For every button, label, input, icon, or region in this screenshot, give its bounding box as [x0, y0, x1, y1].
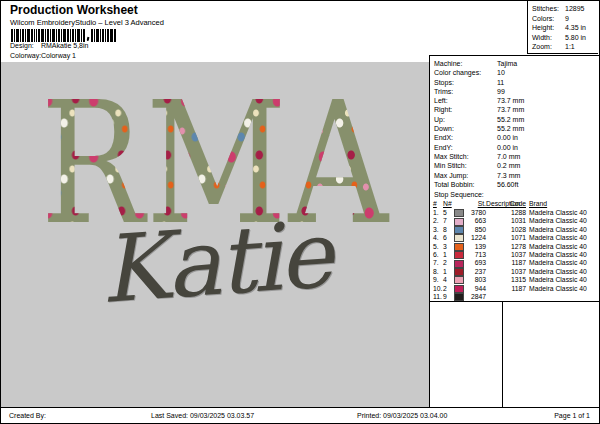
col-header-code: Code	[500, 200, 526, 208]
summary-row: Zoom: 1:1	[532, 42, 598, 52]
thread-needle-number: 4	[443, 276, 452, 284]
machine-info-row: Right: 73.7 mm	[434, 105, 597, 114]
thread-code: 1028	[500, 226, 526, 234]
last-saved-text: Last Saved: 09/03/2025 03.03.57	[151, 412, 254, 419]
summary-value: 1:1	[565, 42, 575, 52]
thread-brand: Madeira Classic 40	[526, 243, 598, 251]
col-header-description: Description	[486, 200, 500, 208]
footer: Created By: Last Saved: 09/03/2025 03.03…	[1, 407, 599, 424]
col-header-needle: N#	[443, 200, 452, 208]
thread-row-number: 4.	[433, 234, 443, 242]
thread-code: 1187	[500, 259, 526, 267]
thread-needle-number: 7	[443, 217, 452, 225]
thread-row-number: 3.	[433, 226, 443, 234]
thread-code: 1187	[500, 285, 526, 293]
thread-color-swatch	[454, 218, 464, 226]
machine-info-value: 55.2 mm	[497, 124, 524, 133]
machine-info-label: Left:	[434, 96, 497, 105]
thread-row: 4. 6 1224 1071 Madeira Classic 40	[433, 234, 598, 242]
summary-label: Width:	[532, 33, 565, 43]
colorway-value: Colorway 1	[41, 52, 76, 59]
thread-color-swatch	[454, 285, 464, 293]
summary-row: Colors: 9	[532, 14, 598, 24]
thread-color-swatch	[454, 260, 464, 268]
summary-value: 9	[565, 14, 569, 24]
thread-row-number: 5.	[433, 243, 443, 251]
design-label: Design:	[10, 41, 39, 50]
created-by-label: Created By:	[9, 412, 46, 419]
machine-info-row: Down: 55.2 mm	[434, 124, 597, 133]
machine-info-label: Color changes:	[434, 68, 497, 77]
thread-brand: Madeira Classic 40	[526, 251, 598, 259]
thread-code: 1315	[500, 276, 526, 284]
thread-row: 8. 1 237 1037 Madeira Classic 40	[433, 268, 598, 276]
machine-info-value: Tajima	[497, 59, 517, 68]
production-worksheet-page: Production Worksheet Wilcom EmbroiderySt…	[0, 0, 600, 424]
thread-row-number: 1.	[433, 209, 443, 217]
thread-swatch-cell	[452, 268, 466, 276]
thread-stitch-count: 3780	[466, 209, 486, 217]
machine-info-value: 0.2 mm	[497, 161, 520, 170]
machine-info-row: Color changes: 10	[434, 68, 597, 77]
thread-needle-number: 2	[443, 285, 452, 293]
machine-info-label: Max Stitch:	[434, 152, 497, 161]
thread-stitch-count: 1224	[466, 234, 486, 242]
machine-info-row: Trims: 99	[434, 87, 597, 96]
thread-stitch-count: 237	[466, 268, 486, 276]
summary-row: Width: 5.80 in	[532, 33, 598, 43]
thread-stitch-count: 663	[466, 217, 486, 225]
machine-info-label: Stops:	[434, 78, 497, 87]
page-title: Production Worksheet	[10, 3, 138, 17]
thread-color-swatch	[454, 226, 464, 234]
machine-info-row: EndY: 0.00 in	[434, 143, 597, 152]
stop-sequence-table: 1. 5 3780 1288 Madeira Classic 40 2. 7 6…	[433, 209, 598, 301]
thread-swatch-cell	[452, 285, 466, 293]
summary-row: Height: 4.35 in	[532, 23, 598, 33]
thread-row: 9. 4 803 1315 Madeira Classic 40	[433, 276, 598, 284]
thread-row-number: 6.	[433, 251, 443, 259]
machine-info-label: Total Bobbin:	[434, 180, 497, 189]
machine-info-value: 99	[497, 87, 505, 96]
machine-info-list: Machine: Tajima Color changes: 10 Stops:…	[434, 59, 597, 189]
thread-row: 7. 2 693 1187 Madeira Classic 40	[433, 259, 598, 267]
machine-info-label: Right:	[434, 105, 497, 114]
thread-row: 10. 2 944 1187 Madeira Classic 40	[433, 285, 598, 293]
thread-stitch-count: 944	[466, 285, 486, 293]
machine-info-value: 7.3 mm	[497, 171, 520, 180]
table-bottom-divider	[430, 301, 599, 302]
colorway-row: Colorway: Colorway 1	[10, 51, 76, 60]
machine-info-label: Min Stitch:	[434, 161, 497, 170]
col-header-num: #	[433, 200, 443, 208]
thread-brand: Madeira Classic 40	[526, 276, 598, 284]
thread-stitch-count: 693	[466, 259, 486, 267]
summary-box: Stitches: 12895 Colors: 9 Height: 4.35 i…	[527, 1, 598, 54]
printed-text: Printed: 09/03/2025 03.04.00	[357, 412, 447, 419]
thread-row: 3. 8 850 1028 Madeira Classic 40	[433, 226, 598, 234]
thread-color-swatch	[454, 209, 464, 217]
machine-info-label: Max Jump:	[434, 171, 497, 180]
machine-info-row: Up: 55.2 mm	[434, 115, 597, 124]
machine-info-row: Min Stitch: 0.2 mm	[434, 161, 597, 170]
stop-sequence-title: Stop Sequence:	[434, 191, 484, 198]
thread-brand: Madeira Classic 40	[526, 234, 598, 242]
thread-row-number: 2.	[433, 217, 443, 225]
summary-label: Height:	[532, 23, 565, 33]
thread-brand: Madeira Classic 40	[526, 226, 598, 234]
design-value: RMAkatie 5,8in	[41, 42, 88, 49]
machine-info-value: 73.7 mm	[497, 96, 524, 105]
thread-row: 2. 7 663 1031 Madeira Classic 40	[433, 217, 598, 225]
machine-info-row: Machine: Tajima	[434, 59, 597, 68]
thread-color-swatch	[454, 268, 464, 276]
thread-swatch-cell	[452, 209, 466, 217]
thread-row: 5. 3 139 1278 Madeira Classic 40	[433, 243, 598, 251]
thread-code: 1071	[500, 234, 526, 242]
colorway-label: Colorway:	[10, 51, 39, 60]
thread-needle-number: 5	[443, 209, 452, 217]
machine-info-label: Up:	[434, 115, 497, 124]
machine-info-label: Down:	[434, 124, 497, 133]
thread-needle-number: 2	[443, 259, 452, 267]
machine-info-row: Stops: 11	[434, 78, 597, 87]
thread-color-swatch	[454, 243, 464, 251]
thread-code: 1031	[500, 217, 526, 225]
machine-info-row: Max Jump: 7.3 mm	[434, 171, 597, 180]
